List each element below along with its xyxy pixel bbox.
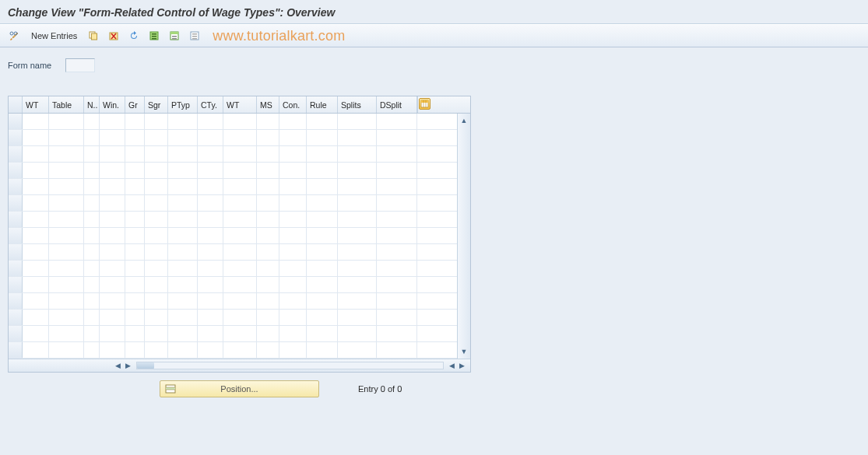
- table-cell[interactable]: [125, 326, 145, 341]
- table-cell[interactable]: [168, 326, 198, 341]
- table-cell[interactable]: [279, 146, 307, 162]
- table-cell[interactable]: [23, 114, 49, 129]
- toggle-display-change-button[interactable]: [6, 28, 23, 44]
- table-cell[interactable]: [223, 326, 257, 341]
- row-selector[interactable]: [9, 212, 23, 227]
- table-cell[interactable]: [84, 130, 100, 145]
- row-selector[interactable]: [9, 310, 23, 325]
- col-header[interactable]: WT: [223, 96, 257, 113]
- table-cell[interactable]: [377, 293, 417, 309]
- table-cell[interactable]: [168, 342, 198, 358]
- table-cell[interactable]: [307, 326, 338, 341]
- table-cell[interactable]: [168, 195, 198, 211]
- table-cell[interactable]: [100, 342, 125, 358]
- table-cell[interactable]: [338, 244, 377, 260]
- table-cell[interactable]: [279, 293, 307, 309]
- table-cell[interactable]: [100, 261, 125, 276]
- table-cell[interactable]: [84, 310, 100, 325]
- table-cell[interactable]: [307, 195, 338, 211]
- table-cell[interactable]: [125, 228, 145, 243]
- table-cell[interactable]: [49, 277, 84, 292]
- table-cell[interactable]: [338, 114, 377, 129]
- table-cell[interactable]: [223, 146, 257, 162]
- table-cell[interactable]: [198, 195, 223, 211]
- table-cell[interactable]: [338, 293, 377, 309]
- table-cell[interactable]: [23, 244, 49, 260]
- col-header[interactable]: Win.: [100, 96, 125, 113]
- table-cell[interactable]: [198, 293, 223, 309]
- table-cell[interactable]: [125, 310, 145, 325]
- table-cell[interactable]: [279, 244, 307, 260]
- row-selector[interactable]: [9, 293, 23, 309]
- col-header[interactable]: DSplit: [377, 96, 417, 113]
- table-cell[interactable]: [168, 146, 198, 162]
- scroll-left-icon[interactable]: ◀: [113, 362, 123, 369]
- table-cell[interactable]: [198, 228, 223, 243]
- table-cell[interactable]: [145, 293, 168, 309]
- table-cell[interactable]: [377, 195, 417, 211]
- table-row[interactable]: [9, 146, 457, 163]
- table-cell[interactable]: [49, 212, 84, 227]
- table-cell[interactable]: [198, 244, 223, 260]
- table-cell[interactable]: [279, 212, 307, 227]
- table-cell[interactable]: [49, 179, 84, 194]
- table-cell[interactable]: [377, 261, 417, 276]
- row-selector[interactable]: [9, 244, 23, 260]
- table-cell[interactable]: [279, 277, 307, 292]
- table-cell[interactable]: [307, 293, 338, 309]
- table-cell[interactable]: [223, 212, 257, 227]
- table-cell[interactable]: [168, 277, 198, 292]
- table-cell[interactable]: [338, 212, 377, 227]
- table-cell[interactable]: [198, 163, 223, 178]
- col-header[interactable]: MS: [257, 96, 279, 113]
- select-block-button[interactable]: [166, 28, 183, 44]
- table-cell[interactable]: [377, 179, 417, 194]
- table-cell[interactable]: [23, 130, 49, 145]
- table-cell[interactable]: [49, 342, 84, 358]
- table-cell[interactable]: [377, 146, 417, 162]
- table-cell[interactable]: [84, 179, 100, 194]
- table-cell[interactable]: [23, 342, 49, 358]
- table-cell[interactable]: [145, 212, 168, 227]
- table-cell[interactable]: [125, 342, 145, 358]
- table-cell[interactable]: [338, 195, 377, 211]
- table-cell[interactable]: [49, 228, 84, 243]
- table-cell[interactable]: [279, 130, 307, 145]
- row-selector[interactable]: [9, 195, 23, 211]
- table-cell[interactable]: [279, 228, 307, 243]
- table-cell[interactable]: [125, 130, 145, 145]
- table-cell[interactable]: [307, 163, 338, 178]
- table-cell[interactable]: [168, 130, 198, 145]
- table-cell[interactable]: [307, 212, 338, 227]
- table-cell[interactable]: [145, 163, 168, 178]
- table-cell[interactable]: [145, 342, 168, 358]
- table-cell[interactable]: [307, 146, 338, 162]
- table-cell[interactable]: [84, 277, 100, 292]
- table-cell[interactable]: [223, 310, 257, 325]
- delete-button[interactable]: [105, 28, 122, 44]
- table-cell[interactable]: [84, 342, 100, 358]
- col-header[interactable]: CTy.: [198, 96, 223, 113]
- table-cell[interactable]: [49, 326, 84, 341]
- table-cell[interactable]: [49, 261, 84, 276]
- table-cell[interactable]: [223, 114, 257, 129]
- table-cell[interactable]: [198, 310, 223, 325]
- table-cell[interactable]: [257, 293, 279, 309]
- table-cell[interactable]: [279, 310, 307, 325]
- select-all-button[interactable]: [146, 28, 163, 44]
- table-cell[interactable]: [198, 179, 223, 194]
- table-cell[interactable]: [125, 195, 145, 211]
- table-cell[interactable]: [307, 277, 338, 292]
- col-header[interactable]: WT: [23, 96, 49, 113]
- table-cell[interactable]: [168, 293, 198, 309]
- table-cell[interactable]: [338, 261, 377, 276]
- table-cell[interactable]: [145, 326, 168, 341]
- table-cell[interactable]: [307, 228, 338, 243]
- table-cell[interactable]: [125, 114, 145, 129]
- table-cell[interactable]: [198, 261, 223, 276]
- table-row[interactable]: [9, 342, 457, 359]
- table-cell[interactable]: [84, 212, 100, 227]
- table-cell[interactable]: [198, 130, 223, 145]
- table-cell[interactable]: [257, 244, 279, 260]
- table-cell[interactable]: [279, 114, 307, 129]
